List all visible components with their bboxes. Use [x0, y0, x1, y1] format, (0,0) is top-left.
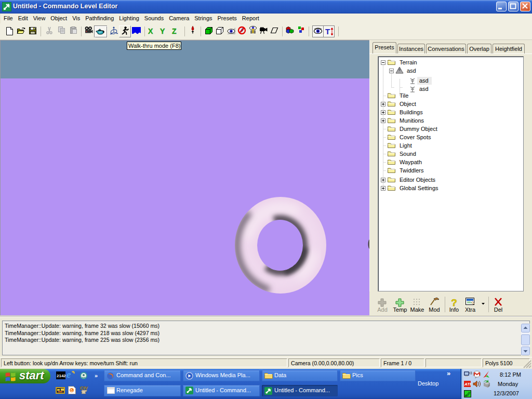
- svg-text:Tile: Tile: [400, 92, 408, 99]
- svg-text:Buildings: Buildings: [400, 109, 423, 115]
- svg-text:Y: Y: [160, 27, 165, 35]
- svg-text:Info: Info: [449, 307, 459, 313]
- svg-text:T: T: [325, 27, 330, 36]
- svg-text:asd: asd: [419, 77, 429, 84]
- svg-text:Editor Objects: Editor Objects: [400, 177, 436, 183]
- svg-text:Mod: Mod: [429, 307, 440, 313]
- svg-text:Object: Object: [400, 101, 416, 107]
- svg-text:Del: Del: [494, 307, 503, 313]
- svg-text:Munitions: Munitions: [400, 117, 424, 124]
- svg-text:»: »: [95, 373, 98, 379]
- svg-text:asd: asd: [407, 68, 416, 74]
- svg-text:Sound: Sound: [400, 151, 416, 157]
- svg-text:Light: Light: [400, 142, 412, 149]
- svg-text:asd: asd: [419, 86, 429, 92]
- svg-text:Temp: Temp: [393, 307, 407, 313]
- svg-text:CIV: CIV: [80, 385, 88, 391]
- svg-text:Xtra: Xtra: [465, 307, 476, 313]
- svg-text:Cover Spots: Cover Spots: [400, 134, 431, 140]
- svg-text:e: e: [66, 369, 71, 380]
- svg-text:Terrain: Terrain: [400, 59, 417, 65]
- svg-text:Make: Make: [410, 307, 424, 313]
- svg-text:X: X: [148, 27, 153, 35]
- svg-text:Global Settings: Global Settings: [400, 185, 438, 191]
- svg-text:Add: Add: [377, 307, 388, 313]
- svg-text:2142: 2142: [57, 374, 66, 378]
- svg-text:ATI: ATI: [464, 382, 471, 387]
- svg-text:Dummy Object: Dummy Object: [400, 126, 437, 132]
- svg-text:Z: Z: [172, 27, 177, 35]
- svg-text:Waypath: Waypath: [400, 159, 422, 165]
- svg-text:Twiddlers: Twiddlers: [400, 167, 424, 174]
